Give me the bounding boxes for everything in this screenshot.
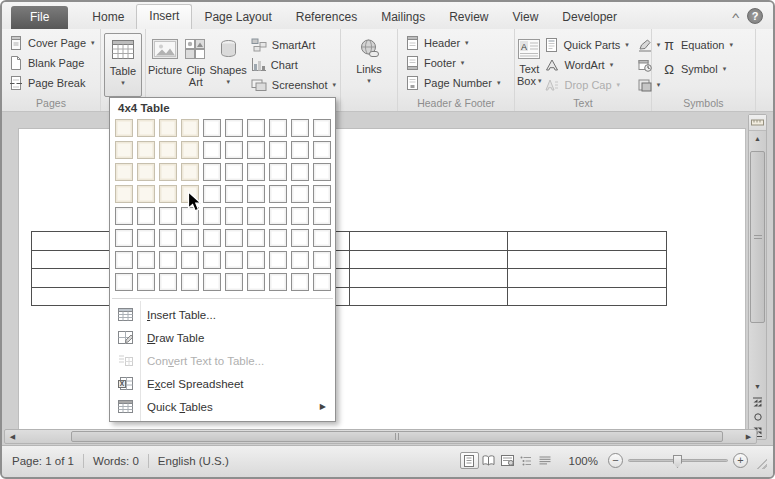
menu-item-insert-table[interactable]: Insert Table... [110,303,335,326]
grid-cell[interactable] [159,119,177,137]
grid-cell[interactable] [291,251,309,269]
grid-cell[interactable] [181,163,199,181]
zoom-slider[interactable] [628,459,728,462]
table-cell[interactable] [350,288,509,307]
grid-cell[interactable] [225,273,243,291]
grid-cell[interactable] [225,229,243,247]
tab-references[interactable]: References [284,5,369,29]
links-button[interactable]: Links ▾ [349,33,389,97]
grid-cell[interactable] [269,207,287,225]
zoom-slider-thumb[interactable] [673,455,682,468]
draft-view-button[interactable] [536,452,555,469]
grid-cell[interactable] [269,273,287,291]
previous-page-button[interactable] [749,394,766,409]
grid-cell[interactable] [313,207,331,225]
grid-cell[interactable] [225,141,243,159]
header-button[interactable]: Header ▾ [402,33,514,53]
horizontal-scrollbar[interactable]: ◀ ▶ [4,429,757,444]
equation-button[interactable]: π Equation ▾ [658,33,755,57]
grid-cell[interactable] [225,163,243,181]
grid-cell[interactable] [247,119,265,137]
grid-cell[interactable] [159,207,177,225]
zoom-level[interactable]: 100% [569,455,598,467]
grid-cell[interactable] [137,251,155,269]
table-cell[interactable] [508,232,667,251]
grid-cell[interactable] [291,229,309,247]
grid-cell[interactable] [181,229,199,247]
footer-button[interactable]: Footer ▾ [402,53,514,73]
tab-mailings[interactable]: Mailings [369,5,437,29]
grid-cell[interactable] [313,185,331,203]
select-browse-object-button[interactable] [749,409,766,424]
chart-button[interactable]: Chart [247,55,340,75]
grid-cell[interactable] [137,119,155,137]
grid-cell[interactable] [137,185,155,203]
grid-cell[interactable] [291,163,309,181]
wordart-button[interactable]: WordArt ▾ [541,55,632,75]
zoom-out-button[interactable]: − [608,453,623,468]
grid-cell[interactable] [137,141,155,159]
grid-cell[interactable] [137,229,155,247]
grid-cell[interactable] [137,207,155,225]
grid-cell[interactable] [203,229,221,247]
grid-cell[interactable] [247,185,265,203]
word-count[interactable]: Words: 0 [93,455,139,467]
menu-item-quick-tables[interactable]: Quick Tables ▶ [110,395,335,418]
table-cell[interactable] [508,288,667,307]
grid-cell[interactable] [269,141,287,159]
grid-cell[interactable] [313,251,331,269]
cover-page-button[interactable]: Cover Page ▾ [5,33,100,53]
text-box-button[interactable]: A Text Box▾ [517,33,541,97]
grid-cell[interactable] [247,207,265,225]
grid-cell[interactable] [291,273,309,291]
grid-cell[interactable] [291,207,309,225]
window-resize-grip[interactable] [756,458,767,469]
scroll-down-button[interactable]: ▼ [749,379,766,394]
table-cell[interactable] [350,269,509,288]
grid-cell[interactable] [203,119,221,137]
scroll-left-button[interactable]: ◀ [5,430,20,443]
tab-insert[interactable]: Insert [136,4,192,29]
tab-page-layout[interactable]: Page Layout [192,5,283,29]
tab-file[interactable]: File [11,6,68,29]
grid-cell[interactable] [313,273,331,291]
blank-page-button[interactable]: Blank Page [5,53,100,73]
clip-art-button[interactable]: Clip Art [182,33,209,97]
grid-cell[interactable] [225,251,243,269]
print-layout-view-button[interactable] [460,452,479,469]
table-cell[interactable] [350,232,509,251]
scroll-up-button[interactable]: ▲ [749,131,766,146]
screenshot-button[interactable]: Screenshot ▾ [247,75,340,95]
grid-cell[interactable] [291,185,309,203]
outline-view-button[interactable] [517,452,536,469]
language-indicator[interactable]: English (U.S.) [158,455,229,467]
picture-button[interactable]: Picture [148,33,182,97]
zoom-in-button[interactable]: + [733,453,748,468]
grid-cell[interactable] [203,141,221,159]
vertical-scrollbar[interactable]: ▲ ▼ [748,114,767,440]
quick-parts-button[interactable]: Quick Parts ▾ [541,35,632,55]
table-cell[interactable] [508,251,667,270]
grid-cell[interactable] [203,185,221,203]
grid-cell[interactable] [137,163,155,181]
grid-cell[interactable] [181,273,199,291]
grid-cell[interactable] [313,141,331,159]
grid-cell[interactable] [225,185,243,203]
tab-review[interactable]: Review [437,5,500,29]
grid-cell[interactable] [247,163,265,181]
grid-cell[interactable] [313,119,331,137]
grid-cell[interactable] [115,273,133,291]
full-screen-reading-view-button[interactable] [479,452,498,469]
grid-cell[interactable] [137,273,155,291]
grid-cell[interactable] [203,207,221,225]
symbol-button[interactable]: Ω Symbol ▾ [658,57,755,81]
tab-view[interactable]: View [501,5,551,29]
grid-cell[interactable] [181,119,199,137]
grid-cell[interactable] [247,251,265,269]
tab-developer[interactable]: Developer [550,5,629,29]
menu-item-excel-spreadsheet[interactable]: X Excel Spreadsheet [110,372,335,395]
grid-cell[interactable] [247,273,265,291]
grid-cell[interactable] [247,141,265,159]
grid-cell[interactable] [181,141,199,159]
grid-cell[interactable] [269,185,287,203]
